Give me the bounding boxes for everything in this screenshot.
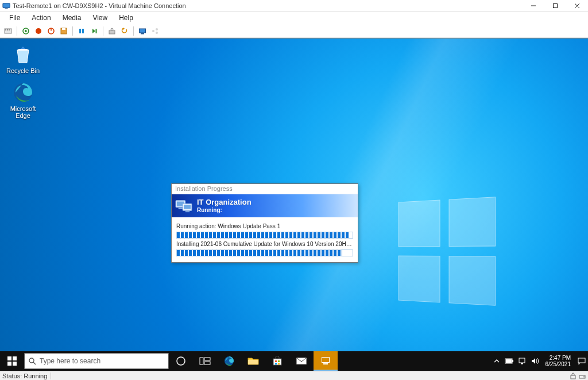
close-button[interactable]	[566, 0, 588, 11]
shutdown-button[interactable]	[45, 25, 57, 37]
status-lock-icon	[570, 373, 577, 379]
svg-point-41	[177, 357, 185, 365]
svg-rect-47	[273, 359, 281, 365]
svg-rect-55	[323, 363, 328, 364]
taskbar-store[interactable]	[265, 351, 289, 371]
tray-time: 2:47 PM	[546, 355, 571, 361]
tray-action-center[interactable]	[575, 351, 588, 371]
search-placeholder: Type here to search	[40, 357, 100, 365]
edge-icon	[11, 81, 34, 104]
svg-rect-35	[7, 356, 11, 360]
svg-point-64	[583, 376, 585, 377]
host-toolbar	[0, 24, 588, 38]
system-tray: 2:47 PM 6/25/2021	[490, 351, 589, 371]
save-button[interactable]	[58, 25, 69, 37]
svg-rect-46	[248, 360, 258, 364]
menu-file[interactable]: File	[3, 13, 26, 23]
taskbar-mail[interactable]	[289, 351, 314, 371]
host-window-titlebar: Test-Remote1 on CW-D9XS9H2 - Virtual Mac…	[0, 0, 588, 11]
tray-overflow[interactable]	[490, 351, 503, 371]
dialog-action-secondary: Installing 2021-06 Cumulative Update for…	[176, 241, 353, 247]
task-sequence-progress-dialog: Installation Progress IT Organization Ru…	[171, 183, 358, 263]
svg-rect-48	[275, 360, 277, 362]
tray-clock[interactable]: 2:47 PM 6/25/2021	[541, 355, 576, 367]
svg-rect-36	[13, 356, 17, 360]
tray-network-icon[interactable]	[516, 351, 528, 371]
desktop-icon-edge[interactable]: Microsoft Edge	[2, 81, 44, 119]
svg-rect-51	[278, 363, 280, 364]
revert-button[interactable]	[119, 25, 130, 37]
menu-media[interactable]: Media	[57, 13, 87, 23]
taskbar-edge[interactable]	[217, 351, 241, 371]
svg-rect-31	[179, 208, 183, 209]
svg-rect-60	[521, 363, 523, 364]
turnoff-button[interactable]	[33, 25, 44, 37]
svg-rect-43	[204, 358, 210, 360]
menu-help[interactable]: Help	[113, 13, 139, 23]
dialog-org-name: IT Organization	[197, 198, 252, 206]
svg-rect-0	[3, 3, 10, 7]
minimize-button[interactable]	[523, 0, 544, 11]
pause-button[interactable]	[76, 25, 87, 37]
reset-button[interactable]	[88, 25, 100, 37]
svg-rect-33	[184, 205, 191, 209]
taskbar-software-center[interactable]	[314, 351, 338, 371]
svg-rect-1	[5, 8, 7, 9]
vm-desktop[interactable]: Recycle Bin Microsoft Edge Installation …	[0, 38, 588, 371]
dialog-title: Installation Progress	[172, 184, 358, 194]
svg-rect-49	[278, 360, 280, 362]
host-window-title: Test-Remote1 on CW-D9XS9H2 - Virtual Mac…	[13, 2, 523, 9]
tray-battery-icon[interactable]	[503, 351, 516, 371]
menu-view[interactable]: View	[87, 13, 113, 23]
host-menubar: File Action Media View Help	[0, 11, 588, 24]
taskbar-taskview[interactable]	[193, 351, 217, 371]
status-disk-icon	[579, 373, 586, 379]
desktop-icon-label: Microsoft Edge	[2, 105, 44, 119]
start-button[interactable]	[20, 25, 32, 37]
status-text: Status: Running	[2, 373, 51, 379]
menu-action[interactable]: Action	[26, 13, 56, 23]
svg-marker-19	[92, 29, 95, 33]
dialog-action-primary: Running action: Windows Update Pass 1	[176, 223, 353, 229]
svg-rect-18	[82, 29, 84, 33]
svg-rect-59	[519, 358, 525, 363]
tray-date: 6/25/2021	[546, 361, 571, 367]
svg-rect-34	[185, 211, 189, 212]
windows-logo-wallpaper	[399, 197, 496, 306]
svg-rect-37	[7, 362, 11, 366]
svg-rect-16	[62, 28, 65, 30]
svg-rect-17	[79, 29, 81, 33]
svg-point-27	[156, 32, 158, 34]
svg-rect-3	[554, 3, 558, 7]
svg-rect-61	[578, 358, 585, 363]
svg-rect-42	[200, 358, 203, 364]
svg-rect-57	[512, 360, 513, 362]
svg-point-39	[29, 358, 34, 363]
start-button-vm[interactable]	[0, 351, 24, 371]
share-button[interactable]	[149, 25, 161, 37]
checkpoint-button[interactable]	[106, 25, 118, 37]
svg-rect-38	[13, 362, 17, 366]
progress-bar-step	[176, 250, 353, 256]
vm-taskbar: Type here to search 2:47 PM	[0, 351, 588, 371]
taskbar-search[interactable]: Type here to search	[24, 353, 169, 369]
ctrl-alt-del-button[interactable]	[2, 25, 14, 37]
taskbar-cortana[interactable]	[169, 351, 193, 371]
desktop-icon-recycle-bin[interactable]: Recycle Bin	[2, 43, 44, 74]
svg-rect-54	[322, 358, 329, 362]
dialog-body: Running action: Windows Update Pass 1 In…	[172, 217, 358, 262]
svg-rect-8	[7, 29, 8, 30]
tray-volume-icon[interactable]	[528, 351, 541, 371]
host-statusbar: Status: Running	[0, 371, 588, 380]
recycle-bin-icon	[11, 43, 34, 66]
svg-rect-58	[506, 359, 512, 363]
svg-rect-50	[275, 363, 277, 364]
svg-rect-62	[571, 375, 575, 379]
svg-rect-7	[5, 29, 6, 30]
search-icon	[28, 357, 36, 365]
taskbar-explorer[interactable]	[241, 351, 265, 371]
svg-point-26	[156, 28, 158, 30]
svg-rect-23	[140, 29, 146, 33]
maximize-button[interactable]	[544, 0, 566, 11]
enhanced-session-button[interactable]	[137, 25, 148, 37]
